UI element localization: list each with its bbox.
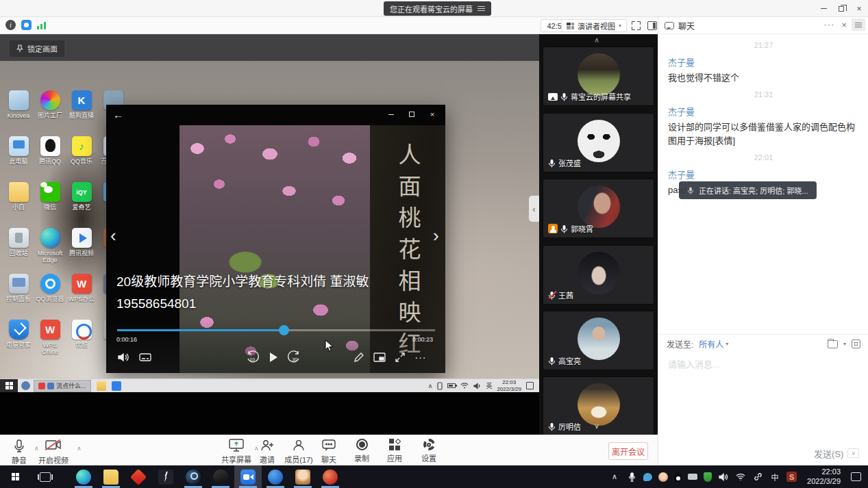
chat-header-actions: ··· × <box>821 18 865 31</box>
shared-screen-topbar <box>0 34 539 61</box>
speaking-indicator-text: 正在讲话: 高宝亮; 厉明佶; 郭晓... <box>699 185 808 196</box>
participant-tile[interactable]: 蒋宝云的屏幕共享 <box>543 47 654 106</box>
viewing-banner[interactable]: 您正在观看蒋宝云的屏幕 <box>384 1 491 16</box>
taskbar-clock[interactable]: 22:03 2022/3/29 <box>807 467 841 487</box>
start-button[interactable] <box>0 465 30 488</box>
participant-name: 蒋宝云的屏幕共享 <box>571 91 631 102</box>
tray-camera-icon[interactable] <box>688 474 697 480</box>
meeting-info-icon[interactable]: i <box>5 20 16 30</box>
taskbar-app-icon[interactable] <box>152 465 179 488</box>
participant-tile[interactable]: 王茜 <box>543 245 654 305</box>
mic-icon <box>548 422 556 431</box>
desktop-icon-label: 微信 <box>44 204 56 211</box>
taskbar-app-icon[interactable] <box>234 465 262 488</box>
taskbar-app-icon[interactable] <box>289 465 317 488</box>
remote-start-button <box>0 379 18 393</box>
start-video-button[interactable]: 开启视频 <box>33 439 74 465</box>
player-next-icon: › <box>433 227 439 244</box>
settings-button[interactable]: 设置 <box>408 439 449 463</box>
taskbar-app-icon[interactable] <box>125 465 152 488</box>
desktop-icon-image <box>72 182 92 202</box>
desktop-icon-image <box>72 320 92 339</box>
video-overlay-line2: 19558654801 <box>116 293 404 315</box>
remote-task-label: 流点什么... <box>56 381 86 390</box>
view-mode-dropdown[interactable]: 演讲者视图 ▾ <box>561 19 627 32</box>
remote-player-icon <box>112 381 121 391</box>
send-button[interactable]: 发送(S) <box>814 447 843 460</box>
restore-button[interactable] <box>832 0 850 17</box>
banner-menu-icon[interactable] <box>478 6 485 11</box>
avatar <box>578 318 620 360</box>
tray-qq-icon[interactable] <box>674 472 682 482</box>
tray-wifi-icon[interactable] <box>735 472 746 483</box>
message-timestamp: 21:27 <box>668 41 859 49</box>
taskbar-app-icon[interactable] <box>207 465 234 488</box>
chevron-down-icon[interactable]: ▾ <box>843 341 846 347</box>
chat-more-button[interactable]: ··· <box>821 21 836 28</box>
avatar <box>578 383 620 426</box>
chat-history-icon[interactable] <box>828 340 838 348</box>
participant-label: 张茂盛 <box>548 157 581 168</box>
avatar <box>578 120 620 162</box>
close-button[interactable]: × <box>850 0 868 17</box>
participants-scroll-down-icon[interactable]: ∨ <box>594 422 599 431</box>
desktop-icon-label: WPS Office <box>34 342 66 356</box>
message-sender: 杰子曼 <box>668 168 859 181</box>
panel-collapse-handle[interactable]: ‹ <box>529 196 539 222</box>
participant-label: 蒋宝云的屏幕共享 <box>548 91 631 102</box>
tray-bird-app-icon[interactable] <box>643 473 652 481</box>
chat-close-button[interactable]: × <box>839 20 849 30</box>
taskbar-app-icon[interactable] <box>317 465 344 488</box>
tray-sogou-icon[interactable]: S <box>786 472 797 482</box>
tray-security-shield-icon[interactable] <box>704 472 712 482</box>
mouse-cursor <box>325 339 334 352</box>
player-more-icon: ··· <box>412 348 430 366</box>
player-maximize-icon <box>401 105 422 124</box>
video-options-chevron[interactable]: ∧ <box>77 445 82 452</box>
desktop-icon-image <box>40 320 60 339</box>
tray-link-icon[interactable] <box>752 472 763 483</box>
apps-label: 应用 <box>387 452 402 463</box>
sidebar-toggle-button[interactable] <box>647 21 657 30</box>
pin-view-button[interactable]: 锁定画面 <box>10 40 64 57</box>
tray-chevron-icon[interactable]: ∧ <box>609 472 620 483</box>
tray-anime-app-icon[interactable] <box>658 472 668 482</box>
taskbar-app-icon[interactable] <box>70 465 97 488</box>
taskbar-app-icon[interactable] <box>262 465 289 488</box>
skip-back-10-icon: 10 <box>243 348 261 366</box>
security-shield-icon[interactable] <box>21 20 32 30</box>
desktop-icon-image <box>72 90 92 110</box>
meeting-controls-bar: 静音 ∧ 开启视频 ∧ 共享屏幕 ∧ 邀请 成员(17) 聊天 录 <box>0 435 658 465</box>
host-badge-icon <box>548 224 558 233</box>
minimize-button[interactable] <box>815 0 832 17</box>
send-to-selector[interactable]: 所有人▾ <box>699 338 728 350</box>
desktop-icon-label: 此电脑 <box>9 158 27 165</box>
mini-player-icon <box>371 348 388 366</box>
mic-icon <box>548 357 556 365</box>
participant-name: 厉明佶 <box>558 421 581 432</box>
participant-tile[interactable]: 郭晓霄 <box>543 179 654 238</box>
chat-menu-button[interactable] <box>852 18 865 31</box>
remote-media-player-window: ← × 人面桃花相映红 ‹ › 20级教师教育学院小学教育专科刘倩 董淑敏 19… <box>106 105 445 373</box>
remote-notification-icon <box>526 382 534 389</box>
fullscreen-button[interactable] <box>632 21 641 30</box>
chat-composer-header: 发送至: 所有人▾ ▾ <box>658 334 868 353</box>
desktop-icon-image <box>9 320 29 339</box>
participant-label: 厉明佶 <box>548 421 581 432</box>
taskbar-app-icon[interactable] <box>97 465 125 488</box>
remote-battery-icon <box>447 383 456 388</box>
task-view-button[interactable] <box>40 472 51 482</box>
leave-meeting-button[interactable]: 离开会议 <box>608 442 648 460</box>
tray-ime-indicator[interactable]: 中 <box>769 472 780 483</box>
chat-input[interactable] <box>658 353 868 442</box>
participant-tile[interactable]: 张茂盛 <box>543 113 654 172</box>
player-titlebar: ← × <box>106 105 445 125</box>
participant-tile[interactable]: 高宝亮 <box>543 311 654 370</box>
screenshot-icon[interactable] <box>852 339 860 348</box>
participants-scroll-up-icon[interactable]: ∧ <box>594 36 599 44</box>
taskbar-app-icon[interactable] <box>179 465 207 488</box>
tray-mic-icon[interactable] <box>626 472 637 483</box>
tray-speaker-icon[interactable] <box>718 472 729 483</box>
send-options-button[interactable]: ∨ <box>847 448 859 458</box>
action-center-icon[interactable] <box>851 472 861 481</box>
